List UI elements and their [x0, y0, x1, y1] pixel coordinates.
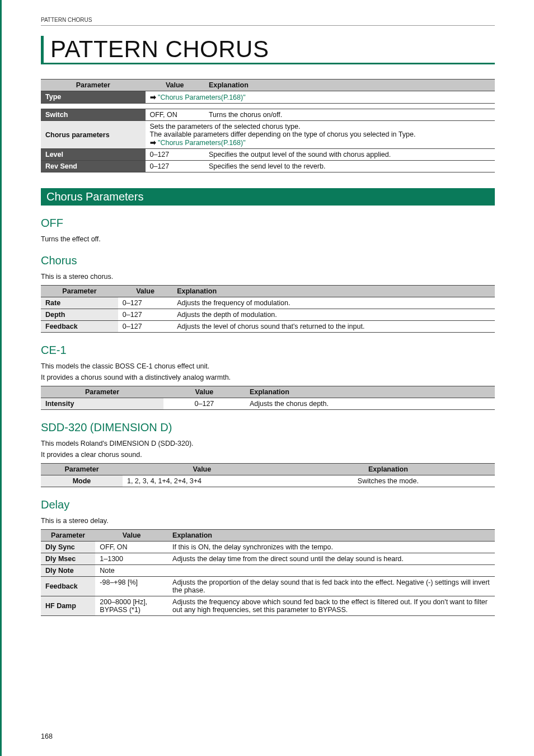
param-rate: Rate — [41, 297, 118, 309]
chorus-parameters-explanation: Sets the parameters of the selected chor… — [146, 121, 495, 149]
table-row: Feedback 0–127 Adjusts the level of chor… — [41, 321, 495, 333]
intensity-explanation: Adjusts the chorus depth. — [245, 398, 495, 410]
col-value: Value — [163, 386, 245, 398]
param-mode: Mode — [41, 475, 123, 487]
col-value: Value — [118, 286, 172, 297]
table-row: Dly Msec 1–1300 Adjusts the delay time f… — [41, 553, 495, 565]
page-title: PATTERN CHORUS — [41, 36, 495, 64]
dly-msec-explanation: Adjusts the delay time from the direct s… — [168, 553, 495, 565]
ce1-heading: CE-1 — [41, 344, 495, 357]
delay-heading: Delay — [41, 498, 495, 511]
delay-feedback-explanation: Adjusts the proportion of the delay soun… — [168, 577, 495, 596]
table-row: Type ➡ "Chorus Parameters(P.168)" — [41, 91, 495, 104]
arrow-icon: ➡ — [150, 139, 156, 147]
mode-value: 1, 2, 3, 4, 1+4, 2+4, 3+4 — [123, 475, 282, 487]
main-param-table: Parameter Value Explanation Type ➡ "Chor… — [41, 79, 495, 172]
intensity-value: 0–127 — [163, 398, 245, 410]
col-parameter: Parameter — [41, 464, 123, 475]
param-chorus-parameters: Chorus parameters — [41, 121, 146, 149]
sdd-heading: SDD-320 (DIMENSION D) — [41, 421, 495, 434]
chorus-table: Parameter Value Explanation Rate 0–127 A… — [41, 285, 495, 333]
rev-send-explanation: Specifies the send level to the reverb. — [204, 161, 495, 172]
param-switch: Switch — [41, 109, 146, 121]
off-heading: OFF — [41, 217, 495, 230]
table-row: Rev Send 0–127 Specifies the send level … — [41, 161, 495, 172]
col-parameter: Parameter — [41, 286, 118, 297]
hf-damp-value: 200–8000 [Hz], BYPASS (*1) — [95, 596, 168, 616]
col-value: Value — [123, 464, 282, 475]
type-explanation: ➡ "Chorus Parameters(P.168)" — [146, 91, 495, 104]
col-explanation: Explanation — [245, 386, 495, 398]
dly-msec-value: 1–1300 — [95, 553, 168, 565]
table-row: HF Damp 200–8000 [Hz], BYPASS (*1) Adjus… — [41, 596, 495, 616]
table-row: Level 0–127 Specifies the output level o… — [41, 149, 495, 161]
chorus-heading: Chorus — [41, 254, 495, 267]
dly-sync-explanation: If this is ON, the delay synchronizes wi… — [168, 542, 495, 553]
delay-feedback-value: -98–+98 [%] — [95, 577, 168, 596]
col-explanation: Explanation — [282, 464, 495, 475]
col-value: Value — [95, 530, 168, 542]
off-text: Turns the effect off. — [41, 235, 495, 243]
page-number: 168 — [41, 732, 53, 740]
chorus-parameters-heading: Chorus Parameters — [41, 188, 495, 206]
depth-explanation: Adjusts the depth of modulation. — [172, 309, 495, 321]
table-row: Rate 0–127 Adjusts the frequency of modu… — [41, 297, 495, 309]
col-parameter: Parameter — [41, 386, 163, 398]
switch-explanation: Turns the chorus on/off. — [204, 109, 495, 121]
col-parameter: Parameter — [41, 80, 146, 91]
level-explanation: Specifies the output level of the sound … — [204, 149, 495, 161]
mode-explanation: Switches the mode. — [282, 475, 495, 487]
dly-note-explanation — [168, 565, 495, 577]
hf-damp-explanation: Adjusts the frequency above which sound … — [168, 596, 495, 616]
breadcrumb: PATTERN CHORUS — [41, 17, 495, 26]
col-value: Value — [146, 80, 204, 91]
col-explanation: Explanation — [172, 286, 495, 297]
chorus-params-link[interactable]: "Chorus Parameters(P.168)" — [158, 139, 246, 147]
rate-value: 0–127 — [118, 297, 172, 309]
ce1-text-2: It provides a chorus sound with a distin… — [41, 374, 495, 381]
delay-table: Parameter Value Explanation Dly Sync OFF… — [41, 529, 495, 616]
cp-line-2: The available parameters differ dependin… — [150, 130, 490, 138]
table-row: Dly Sync OFF, ON If this is ON, the dela… — [41, 542, 495, 553]
param-type: Type — [41, 91, 146, 104]
param-intensity: Intensity — [41, 398, 163, 410]
level-value: 0–127 — [146, 149, 204, 161]
param-delay-feedback: Feedback — [41, 577, 95, 596]
col-explanation: Explanation — [168, 530, 495, 542]
table-row: Switch OFF, ON Turns the chorus on/off. — [41, 109, 495, 121]
ce1-table: Parameter Value Explanation Intensity 0–… — [41, 386, 495, 410]
feedback-value: 0–127 — [118, 321, 172, 333]
col-parameter: Parameter — [41, 530, 95, 542]
param-dly-note: Dly Note — [41, 565, 95, 577]
dly-note-value: Note — [95, 565, 168, 577]
delay-text: This is a stereo delay. — [41, 517, 495, 525]
table-row: Dly Note Note — [41, 565, 495, 577]
ce1-text-1: This models the classic BOSS CE-1 chorus… — [41, 362, 495, 370]
switch-value: OFF, ON — [146, 109, 204, 121]
rate-explanation: Adjusts the frequency of modulation. — [172, 297, 495, 309]
sdd-text-2: It provides a clear chorus sound. — [41, 451, 495, 459]
param-feedback: Feedback — [41, 321, 118, 333]
depth-value: 0–127 — [118, 309, 172, 321]
param-dly-msec: Dly Msec — [41, 553, 95, 565]
table-row: Feedback -98–+98 [%] Adjusts the proport… — [41, 577, 495, 596]
param-dly-sync: Dly Sync — [41, 542, 95, 553]
table-row: Chorus parameters Sets the parameters of… — [41, 121, 495, 149]
param-depth: Depth — [41, 309, 118, 321]
cp-line-1: Sets the parameters of the selected chor… — [150, 123, 490, 130]
feedback-explanation: Adjusts the level of chorus sound that's… — [172, 321, 495, 333]
sdd-text-1: This models Roland's DIMENSION D (SDD-32… — [41, 440, 495, 447]
rev-send-value: 0–127 — [146, 161, 204, 172]
chorus-params-link[interactable]: "Chorus Parameters(P.168)" — [158, 94, 246, 101]
chorus-text: This is a stereo chorus. — [41, 273, 495, 281]
table-row: Intensity 0–127 Adjusts the chorus depth… — [41, 398, 495, 410]
table-row: Depth 0–127 Adjusts the depth of modulat… — [41, 309, 495, 321]
table-row: Mode 1, 2, 3, 4, 1+4, 2+4, 3+4 Switches … — [41, 475, 495, 487]
sdd-table: Parameter Value Explanation Mode 1, 2, 3… — [41, 463, 495, 487]
param-level: Level — [41, 149, 146, 161]
arrow-icon: ➡ — [150, 94, 156, 101]
param-rev-send: Rev Send — [41, 161, 146, 172]
col-explanation: Explanation — [204, 80, 495, 91]
param-hf-damp: HF Damp — [41, 596, 95, 616]
dly-sync-value: OFF, ON — [95, 542, 168, 553]
